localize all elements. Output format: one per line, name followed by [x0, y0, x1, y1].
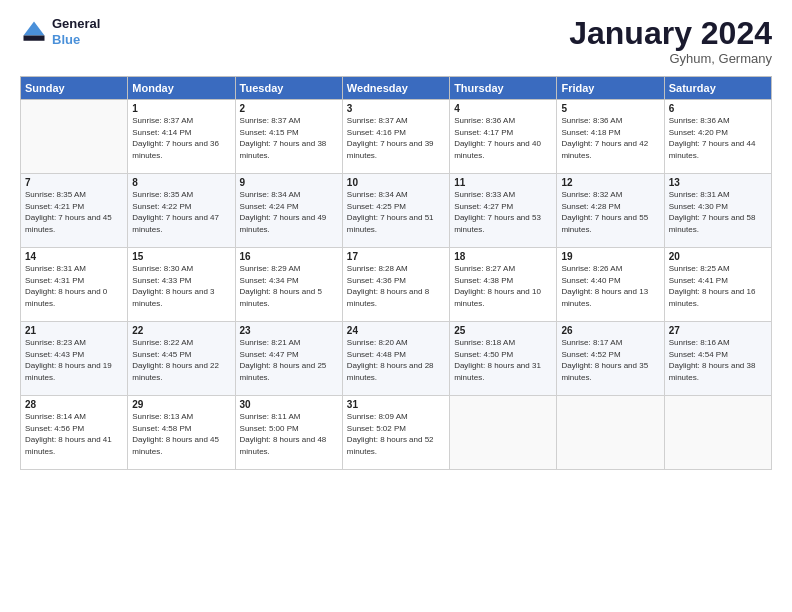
day-number: 6 [669, 103, 767, 114]
calendar-day-cell [664, 396, 771, 470]
calendar-day-cell: 29Sunrise: 8:13 AMSunset: 4:58 PMDayligh… [128, 396, 235, 470]
day-number: 12 [561, 177, 659, 188]
calendar-day-cell: 6Sunrise: 8:36 AMSunset: 4:20 PMDaylight… [664, 100, 771, 174]
calendar-day-cell: 2Sunrise: 8:37 AMSunset: 4:15 PMDaylight… [235, 100, 342, 174]
svg-marker-0 [24, 21, 45, 35]
calendar-day-cell: 20Sunrise: 8:25 AMSunset: 4:41 PMDayligh… [664, 248, 771, 322]
day-info: Sunrise: 8:09 AMSunset: 5:02 PMDaylight:… [347, 411, 445, 457]
day-info: Sunrise: 8:26 AMSunset: 4:40 PMDaylight:… [561, 263, 659, 309]
day-info: Sunrise: 8:22 AMSunset: 4:45 PMDaylight:… [132, 337, 230, 383]
calendar-day-cell: 19Sunrise: 8:26 AMSunset: 4:40 PMDayligh… [557, 248, 664, 322]
calendar-day-cell: 31Sunrise: 8:09 AMSunset: 5:02 PMDayligh… [342, 396, 449, 470]
day-number: 26 [561, 325, 659, 336]
calendar-week-row: 1Sunrise: 8:37 AMSunset: 4:14 PMDaylight… [21, 100, 772, 174]
calendar-day-cell: 10Sunrise: 8:34 AMSunset: 4:25 PMDayligh… [342, 174, 449, 248]
calendar-day-cell: 26Sunrise: 8:17 AMSunset: 4:52 PMDayligh… [557, 322, 664, 396]
day-info: Sunrise: 8:35 AMSunset: 4:21 PMDaylight:… [25, 189, 123, 235]
calendar-day-cell: 23Sunrise: 8:21 AMSunset: 4:47 PMDayligh… [235, 322, 342, 396]
calendar-header-cell: Thursday [450, 77, 557, 100]
calendar-day-cell: 5Sunrise: 8:36 AMSunset: 4:18 PMDaylight… [557, 100, 664, 174]
day-info: Sunrise: 8:25 AMSunset: 4:41 PMDaylight:… [669, 263, 767, 309]
calendar-day-cell: 30Sunrise: 8:11 AMSunset: 5:00 PMDayligh… [235, 396, 342, 470]
calendar-day-cell: 18Sunrise: 8:27 AMSunset: 4:38 PMDayligh… [450, 248, 557, 322]
calendar-day-cell: 9Sunrise: 8:34 AMSunset: 4:24 PMDaylight… [235, 174, 342, 248]
calendar-header-cell: Sunday [21, 77, 128, 100]
day-number: 8 [132, 177, 230, 188]
day-number: 1 [132, 103, 230, 114]
calendar-day-cell: 14Sunrise: 8:31 AMSunset: 4:31 PMDayligh… [21, 248, 128, 322]
calendar-header-cell: Saturday [664, 77, 771, 100]
calendar-day-cell: 4Sunrise: 8:36 AMSunset: 4:17 PMDaylight… [450, 100, 557, 174]
day-number: 22 [132, 325, 230, 336]
day-number: 14 [25, 251, 123, 262]
day-info: Sunrise: 8:14 AMSunset: 4:56 PMDaylight:… [25, 411, 123, 457]
day-info: Sunrise: 8:11 AMSunset: 5:00 PMDaylight:… [240, 411, 338, 457]
day-info: Sunrise: 8:20 AMSunset: 4:48 PMDaylight:… [347, 337, 445, 383]
svg-rect-1 [24, 35, 45, 40]
day-number: 2 [240, 103, 338, 114]
day-number: 9 [240, 177, 338, 188]
calendar-day-cell: 21Sunrise: 8:23 AMSunset: 4:43 PMDayligh… [21, 322, 128, 396]
day-info: Sunrise: 8:16 AMSunset: 4:54 PMDaylight:… [669, 337, 767, 383]
day-info: Sunrise: 8:32 AMSunset: 4:28 PMDaylight:… [561, 189, 659, 235]
calendar-day-cell: 8Sunrise: 8:35 AMSunset: 4:22 PMDaylight… [128, 174, 235, 248]
day-number: 15 [132, 251, 230, 262]
calendar-day-cell: 3Sunrise: 8:37 AMSunset: 4:16 PMDaylight… [342, 100, 449, 174]
day-info: Sunrise: 8:36 AMSunset: 4:20 PMDaylight:… [669, 115, 767, 161]
calendar-day-cell: 22Sunrise: 8:22 AMSunset: 4:45 PMDayligh… [128, 322, 235, 396]
day-info: Sunrise: 8:31 AMSunset: 4:30 PMDaylight:… [669, 189, 767, 235]
calendar-header-row: SundayMondayTuesdayWednesdayThursdayFrid… [21, 77, 772, 100]
day-info: Sunrise: 8:18 AMSunset: 4:50 PMDaylight:… [454, 337, 552, 383]
day-info: Sunrise: 8:37 AMSunset: 4:16 PMDaylight:… [347, 115, 445, 161]
logo-text: General Blue [52, 16, 100, 47]
day-info: Sunrise: 8:34 AMSunset: 4:24 PMDaylight:… [240, 189, 338, 235]
calendar-week-row: 14Sunrise: 8:31 AMSunset: 4:31 PMDayligh… [21, 248, 772, 322]
day-number: 23 [240, 325, 338, 336]
location: Gyhum, Germany [569, 51, 772, 66]
day-number: 16 [240, 251, 338, 262]
calendar-day-cell: 27Sunrise: 8:16 AMSunset: 4:54 PMDayligh… [664, 322, 771, 396]
day-number: 25 [454, 325, 552, 336]
day-info: Sunrise: 8:28 AMSunset: 4:36 PMDaylight:… [347, 263, 445, 309]
calendar-day-cell: 28Sunrise: 8:14 AMSunset: 4:56 PMDayligh… [21, 396, 128, 470]
day-number: 3 [347, 103, 445, 114]
calendar-day-cell: 13Sunrise: 8:31 AMSunset: 4:30 PMDayligh… [664, 174, 771, 248]
calendar-day-cell: 1Sunrise: 8:37 AMSunset: 4:14 PMDaylight… [128, 100, 235, 174]
calendar-day-cell: 25Sunrise: 8:18 AMSunset: 4:50 PMDayligh… [450, 322, 557, 396]
day-number: 18 [454, 251, 552, 262]
day-number: 30 [240, 399, 338, 410]
calendar-week-row: 7Sunrise: 8:35 AMSunset: 4:21 PMDaylight… [21, 174, 772, 248]
day-info: Sunrise: 8:27 AMSunset: 4:38 PMDaylight:… [454, 263, 552, 309]
calendar-day-cell [450, 396, 557, 470]
day-number: 10 [347, 177, 445, 188]
page: General Blue January 2024 Gyhum, Germany… [0, 0, 792, 612]
calendar-day-cell [557, 396, 664, 470]
day-info: Sunrise: 8:31 AMSunset: 4:31 PMDaylight:… [25, 263, 123, 309]
day-info: Sunrise: 8:29 AMSunset: 4:34 PMDaylight:… [240, 263, 338, 309]
day-number: 20 [669, 251, 767, 262]
day-number: 7 [25, 177, 123, 188]
calendar-table: SundayMondayTuesdayWednesdayThursdayFrid… [20, 76, 772, 470]
day-number: 17 [347, 251, 445, 262]
day-info: Sunrise: 8:17 AMSunset: 4:52 PMDaylight:… [561, 337, 659, 383]
calendar-header-cell: Monday [128, 77, 235, 100]
day-info: Sunrise: 8:36 AMSunset: 4:17 PMDaylight:… [454, 115, 552, 161]
day-number: 13 [669, 177, 767, 188]
logo: General Blue [20, 16, 100, 47]
calendar-day-cell: 15Sunrise: 8:30 AMSunset: 4:33 PMDayligh… [128, 248, 235, 322]
logo-icon [20, 18, 48, 46]
day-number: 21 [25, 325, 123, 336]
day-info: Sunrise: 8:21 AMSunset: 4:47 PMDaylight:… [240, 337, 338, 383]
month-title: January 2024 [569, 16, 772, 51]
calendar-day-cell: 16Sunrise: 8:29 AMSunset: 4:34 PMDayligh… [235, 248, 342, 322]
calendar-day-cell: 7Sunrise: 8:35 AMSunset: 4:21 PMDaylight… [21, 174, 128, 248]
day-number: 19 [561, 251, 659, 262]
day-info: Sunrise: 8:34 AMSunset: 4:25 PMDaylight:… [347, 189, 445, 235]
day-number: 27 [669, 325, 767, 336]
day-number: 5 [561, 103, 659, 114]
day-info: Sunrise: 8:30 AMSunset: 4:33 PMDaylight:… [132, 263, 230, 309]
calendar-body: 1Sunrise: 8:37 AMSunset: 4:14 PMDaylight… [21, 100, 772, 470]
day-info: Sunrise: 8:23 AMSunset: 4:43 PMDaylight:… [25, 337, 123, 383]
calendar-week-row: 28Sunrise: 8:14 AMSunset: 4:56 PMDayligh… [21, 396, 772, 470]
calendar-day-cell: 11Sunrise: 8:33 AMSunset: 4:27 PMDayligh… [450, 174, 557, 248]
